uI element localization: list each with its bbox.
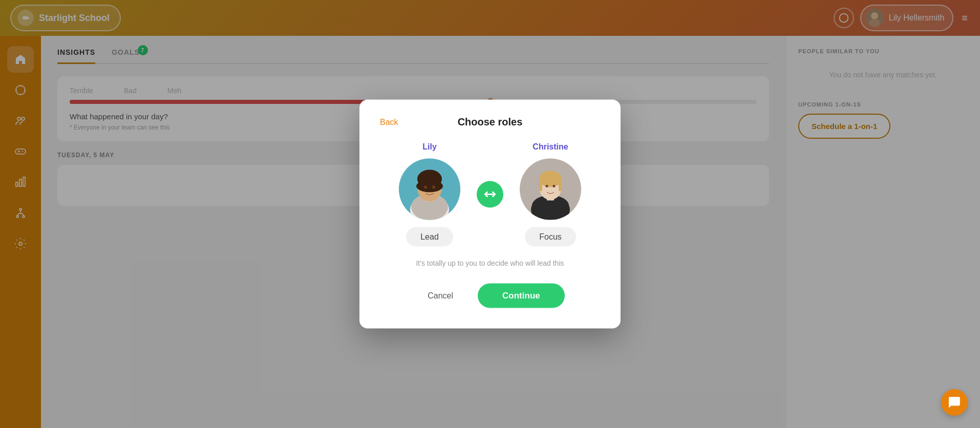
person-christine-avatar [520, 159, 581, 220]
person-christine-role: Focus [525, 227, 576, 247]
svg-point-29 [539, 171, 562, 187]
person-lily-name: Lily [422, 142, 437, 152]
cancel-button[interactable]: Cancel [415, 285, 465, 307]
chat-bubble-button[interactable] [941, 389, 968, 416]
person-lily-role: Lead [406, 227, 453, 247]
svg-point-32 [546, 185, 548, 187]
person-lily-block: Lily [399, 142, 460, 247]
swap-roles-button[interactable] [477, 181, 503, 208]
svg-rect-30 [539, 179, 542, 191]
back-button[interactable]: Back [380, 117, 398, 126]
roles-container: Lily [380, 142, 600, 247]
svg-point-22 [424, 186, 427, 189]
svg-point-33 [553, 185, 556, 187]
svg-rect-31 [559, 179, 562, 191]
modal-header: Back Choose roles [380, 116, 600, 128]
modal-description: It's totally up to you to decide who wil… [380, 259, 600, 267]
modal-title: Choose roles [458, 116, 523, 128]
svg-point-23 [432, 186, 435, 189]
choose-roles-modal: Back Choose roles Lily [359, 100, 621, 329]
modal-actions: Cancel Continue [380, 284, 600, 308]
continue-button[interactable]: Continue [478, 284, 565, 308]
svg-point-21 [416, 180, 443, 192]
person-christine-name: Christine [532, 142, 568, 152]
person-christine-block: Christine [520, 142, 581, 247]
person-lily-avatar [399, 159, 460, 220]
